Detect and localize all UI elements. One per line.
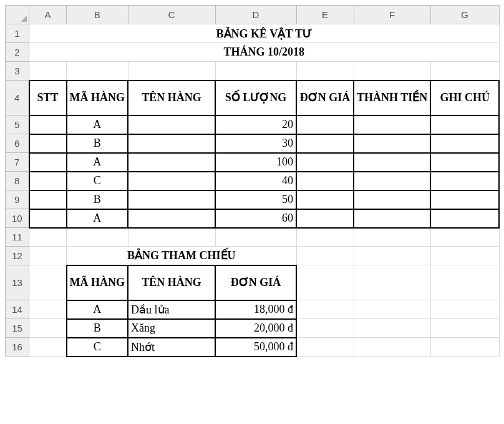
row-header-15[interactable]: 15 — [6, 319, 29, 338]
cell[interactable] — [29, 134, 67, 153]
cell[interactable] — [29, 116, 67, 134]
sheet-title[interactable]: BẢNG KÊ VẬT TƯ — [29, 24, 500, 43]
ref-hdr-ma[interactable]: MÃ HÀNG — [67, 265, 128, 300]
cell[interactable] — [430, 153, 499, 172]
cell[interactable] — [354, 338, 430, 357]
cell[interactable] — [296, 116, 354, 134]
ref-hdr-ten[interactable]: TÊN HÀNG — [128, 265, 215, 300]
ref-gia[interactable]: 20,000 đ — [215, 319, 296, 338]
ref-ten[interactable]: Dầu lửa — [128, 300, 215, 319]
row-header-11[interactable]: 11 — [6, 228, 29, 247]
cell[interactable] — [354, 228, 430, 247]
cell[interactable] — [128, 228, 215, 247]
row-header-6[interactable]: 6 — [6, 134, 29, 153]
cell[interactable] — [354, 62, 430, 81]
row-header-4[interactable]: 4 — [6, 81, 29, 116]
cell[interactable] — [296, 190, 354, 209]
cell[interactable] — [430, 134, 499, 153]
col-header-D[interactable]: D — [215, 6, 296, 24]
cell[interactable] — [29, 265, 67, 300]
cell[interactable] — [29, 338, 67, 357]
cell[interactable] — [354, 134, 430, 153]
cell[interactable] — [128, 172, 215, 190]
hdr-so-luong[interactable]: SỐ LƯỢNG — [215, 81, 296, 116]
hdr-stt[interactable]: STT — [29, 81, 67, 116]
cell-sl[interactable]: 30 — [215, 134, 296, 153]
row-header-10[interactable]: 10 — [6, 209, 29, 228]
cell[interactable] — [296, 62, 354, 81]
ref-hdr-gia[interactable]: ĐƠN GIÁ — [215, 265, 296, 300]
hdr-thanh-tien[interactable]: THÀNH TIỀN — [354, 81, 430, 116]
cell[interactable] — [29, 209, 67, 228]
cell[interactable] — [67, 62, 128, 81]
ref-ten[interactable]: Xăng — [128, 319, 215, 338]
cell-ma[interactable]: C — [67, 172, 128, 190]
row-header-3[interactable]: 3 — [6, 62, 29, 81]
cell[interactable] — [354, 153, 430, 172]
cell[interactable] — [128, 134, 215, 153]
col-header-B[interactable]: B — [67, 6, 128, 24]
col-header-G[interactable]: G — [430, 6, 499, 24]
cell[interactable] — [296, 265, 354, 300]
col-header-F[interactable]: F — [354, 6, 430, 24]
cell[interactable] — [296, 319, 354, 338]
hdr-don-gia[interactable]: ĐƠN GIÁ — [296, 81, 354, 116]
cell[interactable] — [354, 265, 430, 300]
cell[interactable] — [430, 62, 499, 81]
cell[interactable] — [354, 172, 430, 190]
cell[interactable] — [430, 265, 499, 300]
cell[interactable] — [29, 172, 67, 190]
col-header-C[interactable]: C — [128, 6, 215, 24]
ref-gia[interactable]: 50,000 đ — [215, 338, 296, 357]
hdr-ten-hang[interactable]: TÊN HÀNG — [128, 81, 215, 116]
cell[interactable] — [296, 228, 354, 247]
cell[interactable] — [430, 247, 499, 265]
ref-ma[interactable]: C — [67, 338, 128, 357]
cell[interactable] — [430, 300, 499, 319]
hdr-ghi-chu[interactable]: GHI CHÚ — [430, 81, 499, 116]
row-header-9[interactable]: 9 — [6, 190, 29, 209]
ref-gia[interactable]: 18,000 đ — [215, 300, 296, 319]
cell[interactable] — [29, 319, 67, 338]
cell[interactable] — [29, 247, 67, 265]
cell-sl[interactable]: 100 — [215, 153, 296, 172]
cell[interactable] — [128, 190, 215, 209]
cell[interactable] — [296, 153, 354, 172]
cell[interactable] — [430, 172, 499, 190]
cell[interactable] — [215, 228, 296, 247]
hdr-ma-hang[interactable]: MÃ HÀNG — [67, 81, 128, 116]
cell[interactable] — [354, 209, 430, 228]
cell[interactable] — [29, 153, 67, 172]
cell[interactable] — [29, 62, 67, 81]
cell[interactable] — [67, 228, 128, 247]
cell[interactable] — [430, 190, 499, 209]
cell[interactable] — [215, 62, 296, 81]
cell[interactable] — [354, 300, 430, 319]
row-header-1[interactable]: 1 — [6, 24, 29, 43]
col-header-E[interactable]: E — [296, 6, 354, 24]
sheet-subtitle[interactable]: THÁNG 10/2018 — [29, 43, 500, 62]
cell[interactable] — [354, 116, 430, 134]
cell[interactable] — [128, 62, 215, 81]
cell[interactable] — [430, 116, 499, 134]
cell-sl[interactable]: 60 — [215, 209, 296, 228]
ref-ma[interactable]: B — [67, 319, 128, 338]
cell[interactable] — [354, 247, 430, 265]
cell[interactable] — [296, 300, 354, 319]
row-header-2[interactable]: 2 — [6, 43, 29, 62]
row-header-8[interactable]: 8 — [6, 172, 29, 190]
select-all-corner[interactable] — [6, 6, 29, 24]
row-header-7[interactable]: 7 — [6, 153, 29, 172]
cell[interactable] — [128, 153, 215, 172]
cell[interactable] — [430, 209, 499, 228]
row-header-14[interactable]: 14 — [6, 300, 29, 319]
cell-sl[interactable]: 50 — [215, 190, 296, 209]
cell-sl[interactable]: 20 — [215, 116, 296, 134]
cell[interactable] — [296, 209, 354, 228]
cell[interactable] — [296, 338, 354, 357]
row-header-13[interactable]: 13 — [6, 265, 29, 300]
cell-ma[interactable]: A — [67, 209, 128, 228]
cell[interactable] — [354, 190, 430, 209]
cell[interactable] — [296, 247, 354, 265]
cell[interactable] — [430, 319, 499, 338]
